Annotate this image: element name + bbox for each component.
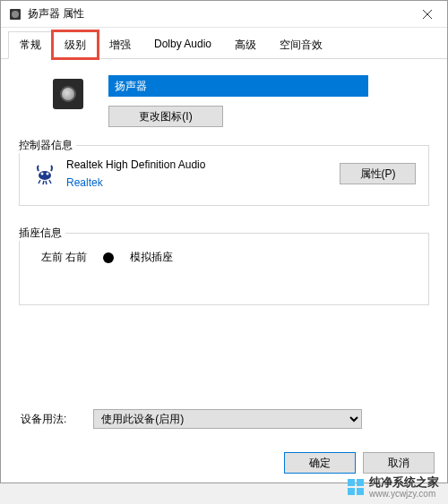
watermark-name: 纯净系统之家 (369, 476, 439, 489)
tab-enhance[interactable]: 增强 (98, 31, 142, 58)
controller-vendor-link[interactable]: Realtek (66, 176, 331, 189)
ok-button[interactable]: 确定 (284, 452, 356, 474)
controller-text: Realtek High Definition Audio Realtek (66, 158, 331, 189)
titlebar: 扬声器 属性 (1, 1, 447, 28)
device-name-input[interactable] (108, 75, 368, 97)
tab-levels[interactable]: 级别 (53, 31, 98, 58)
usage-select[interactable]: 使用此设备(启用) (93, 409, 362, 429)
jack-section-label: 插座信息 (19, 226, 65, 241)
tab-content: 更改图标(I) 控制器信息 Realtek High Definition Au… (1, 59, 447, 341)
tab-dolby[interactable]: Dolby Audio (142, 31, 223, 58)
change-icon-button[interactable]: 更改图标(I) (108, 106, 223, 127)
controller-properties-button[interactable]: 属性(P) (340, 163, 416, 184)
controller-row: Realtek High Definition Audio Realtek 属性… (32, 158, 416, 189)
watermark-logo-icon (348, 479, 364, 495)
svg-point-1 (12, 11, 19, 18)
controller-section-label: 控制器信息 (19, 138, 76, 153)
controller-name: Realtek High Definition Audio (66, 158, 331, 171)
jack-type: 模拟插座 (130, 250, 173, 265)
device-usage-row: 设备用法: 使用此设备(启用) (19, 409, 429, 429)
speaker-icon (53, 79, 83, 109)
tab-spatial[interactable]: 空间音效 (268, 31, 334, 58)
watermark: 纯净系统之家 www.ycwjzy.com (344, 473, 443, 502)
tab-advanced[interactable]: 高级 (223, 31, 268, 58)
name-column: 更改图标(I) (108, 75, 429, 127)
controller-info-section: 控制器信息 Realtek High Definition Audio Real… (19, 145, 429, 206)
close-icon (423, 10, 432, 19)
realtek-crab-icon (32, 161, 57, 186)
close-button[interactable] (407, 1, 447, 28)
svg-point-3 (41, 173, 44, 175)
window-icon (8, 7, 22, 21)
watermark-url: www.ycwjzy.com (369, 489, 439, 499)
jack-info-section: 插座信息 左前 右前 模拟插座 (19, 233, 429, 305)
dialog-buttons: 确定 取消 (284, 452, 435, 474)
tab-general[interactable]: 常规 (8, 31, 53, 59)
jack-color-dot (103, 252, 114, 263)
device-name-row: 更改图标(I) (19, 75, 429, 127)
properties-window: 扬声器 属性 常规 级别 增强 Dolby Audio 高级 空间音效 更改图标… (0, 0, 448, 483)
jack-row: 左前 右前 模拟插座 (32, 246, 416, 269)
svg-point-2 (39, 171, 51, 180)
usage-label: 设备用法: (21, 412, 66, 427)
window-title: 扬声器 属性 (28, 6, 407, 21)
jack-position: 左前 右前 (41, 250, 87, 265)
tabs: 常规 级别 增强 Dolby Audio 高级 空间音效 (1, 28, 447, 59)
svg-point-4 (47, 173, 49, 175)
cancel-button[interactable]: 取消 (363, 452, 435, 474)
